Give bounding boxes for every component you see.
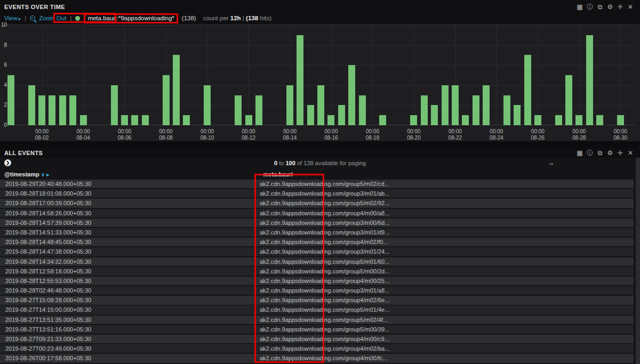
- next-page-button[interactable]: →: [547, 159, 554, 167]
- close-icon[interactable]: ✕: [627, 3, 634, 11]
- sort-down-icon[interactable]: ∨: [41, 172, 45, 177]
- histogram-bar[interactable]: [524, 55, 531, 125]
- table-icon[interactable]: ▦: [577, 3, 583, 11]
- table-row[interactable]: 2019-08-27T09:21:33.000+05:30ak2.cdn.9ap…: [0, 335, 634, 343]
- table-row[interactable]: 2019-08-28T14:51:33.000+05:30ak2.cdn.9ap…: [0, 228, 634, 237]
- x-tick-time: 00:00: [26, 128, 58, 134]
- histogram-bar[interactable]: [410, 115, 417, 125]
- histogram-bar[interactable]: [483, 85, 490, 125]
- table-row[interactable]: 2019-08-27T00:23:49.000+05:30ak2.cdn.9ap…: [0, 344, 634, 353]
- v-gridline: [538, 25, 538, 125]
- histogram-bar[interactable]: [514, 105, 521, 125]
- view-menu[interactable]: View▸: [4, 15, 21, 21]
- timestamp-cell: 2019-08-28T02:46:48.000+05:30: [5, 287, 91, 294]
- table-row[interactable]: 2019-08-28T14:57:39.000+05:30ak2.cdn.9ap…: [0, 219, 634, 227]
- histogram-bar[interactable]: [586, 35, 593, 125]
- histogram-bar[interactable]: [338, 105, 345, 125]
- histogram-bar[interactable]: [565, 75, 572, 125]
- histogram-bar[interactable]: [131, 115, 138, 125]
- histogram-bar[interactable]: [28, 85, 35, 125]
- histogram-bar[interactable]: [462, 115, 469, 125]
- histogram-bar[interactable]: [49, 95, 55, 125]
- panel-divider: [0, 141, 640, 148]
- histogram-bar[interactable]: [317, 85, 324, 125]
- gear-icon[interactable]: ⚙: [607, 149, 613, 157]
- histogram-bar[interactable]: [245, 115, 252, 125]
- zoom-out-button[interactable]: Zoom Out: [39, 15, 66, 21]
- table-row[interactable]: 2019-08-27T13:51:16.000+05:30ak2.cdn.9ap…: [0, 325, 634, 334]
- query-pill[interactable]: meta.bauri:*9appsdownloading*: [84, 13, 178, 23]
- y-axis-label: 4: [0, 82, 7, 88]
- histogram-bar[interactable]: [59, 95, 66, 125]
- toolbar-separator: |: [70, 15, 71, 21]
- layers-icon[interactable]: ⧉: [597, 3, 603, 11]
- table-row[interactable]: 2019-08-28T17:00:39.000+05:30ak2.cdn.9ap…: [0, 199, 634, 207]
- table-row[interactable]: 2019-08-28T14:34:32.000+05:30ak2.cdn.9ap…: [0, 257, 634, 266]
- histogram-chart: 024681000:0008-0200:0008-0400:0008-0600:…: [0, 24, 640, 141]
- histogram-bar[interactable]: [163, 75, 170, 125]
- column-header-meta-bauri[interactable]: ‹ meta.bauri: [260, 171, 293, 177]
- table-row[interactable]: 2019-08-28T12:55:53.000+05:30ak2.cdn.9ap…: [0, 277, 634, 285]
- histogram-bar[interactable]: [379, 115, 386, 125]
- histogram-bar[interactable]: [111, 85, 118, 125]
- histogram-bar[interactable]: [255, 95, 262, 125]
- y-axis-label: 10: [0, 22, 7, 28]
- table-row[interactable]: 2019-08-28T14:58:26.000+05:30ak2.cdn.9ap…: [0, 209, 634, 217]
- v-gridline: [414, 25, 414, 125]
- table-row[interactable]: 2019-08-27T15:08:28.000+05:30ak2.cdn.9ap…: [0, 296, 634, 304]
- histogram-bar[interactable]: [183, 115, 190, 125]
- table-row[interactable]: 2019-08-26T00:17:58.000+05:30ak2.cdn.9ap…: [0, 354, 634, 362]
- histogram-bar[interactable]: [69, 95, 76, 125]
- gear-icon[interactable]: ⚙: [607, 3, 613, 11]
- x-tick-date: 08-28: [563, 135, 595, 141]
- histogram-bar[interactable]: [7, 75, 14, 125]
- query-legend-dot[interactable]: [75, 16, 80, 21]
- table-row[interactable]: 2019-08-27T13:51:35.000+05:30ak2.cdn.9ap…: [0, 316, 634, 324]
- table-row[interactable]: 2019-08-28T14:47:38.000+05:30ak2.cdn.9ap…: [0, 247, 634, 256]
- histogram-bar[interactable]: [473, 95, 479, 125]
- info-icon[interactable]: ⓘ: [587, 3, 593, 11]
- table-row[interactable]: 2019-08-28T02:46:48.000+05:30ak2.cdn.9ap…: [0, 286, 634, 295]
- histogram-bar[interactable]: [204, 85, 211, 125]
- move-column-left-icon[interactable]: ‹: [260, 172, 261, 177]
- histogram-bar[interactable]: [348, 65, 355, 125]
- histogram-bar[interactable]: [121, 115, 128, 125]
- histogram-bar[interactable]: [617, 115, 624, 125]
- histogram-bar[interactable]: [307, 105, 314, 125]
- histogram-bar[interactable]: [235, 95, 242, 125]
- histogram-bar[interactable]: [575, 115, 582, 125]
- histogram-bar[interactable]: [142, 115, 149, 125]
- table-row[interactable]: 2019-08-27T14:15:00.000+05:30ak2.cdn.9ap…: [0, 305, 634, 314]
- layers-icon[interactable]: ⧉: [597, 149, 603, 157]
- table-row[interactable]: 2019-08-28T14:48:45.000+05:30ak2.cdn.9ap…: [0, 238, 634, 246]
- histogram-bar[interactable]: [534, 115, 541, 125]
- histogram-bar[interactable]: [452, 85, 459, 125]
- close-icon[interactable]: ✕: [627, 149, 634, 157]
- histogram-bar[interactable]: [359, 95, 366, 125]
- table-row[interactable]: 2019-08-29T20:40:48.000+05:30ak2.cdn.9ap…: [0, 180, 634, 188]
- move-icon[interactable]: ✛: [617, 149, 623, 157]
- histogram-bar[interactable]: [503, 95, 510, 125]
- histogram-bar[interactable]: [80, 115, 87, 125]
- histogram-bar[interactable]: [421, 95, 428, 125]
- histogram-bar[interactable]: [555, 115, 562, 125]
- histogram-bar[interactable]: [297, 35, 303, 125]
- histogram-bar[interactable]: [327, 115, 334, 125]
- column-header-timestamp[interactable]: @timestamp ∨ ▸: [4, 171, 49, 177]
- move-icon[interactable]: ✛: [617, 3, 623, 11]
- zoom-out-icon[interactable]: [30, 15, 35, 21]
- first-page-button[interactable]: ❯: [4, 159, 11, 166]
- info-icon[interactable]: ⓘ: [587, 149, 593, 157]
- interval-value[interactable]: 12h: [230, 15, 241, 21]
- table-row[interactable]: 2019-08-28T12:58:18.000+05:30ak2.cdn.9ap…: [0, 267, 634, 276]
- histogram-bar[interactable]: [442, 85, 449, 125]
- histogram-bar[interactable]: [431, 105, 438, 125]
- move-column-right-icon[interactable]: ▸: [46, 172, 49, 177]
- table-scrollbar[interactable]: [636, 158, 640, 364]
- histogram-bar[interactable]: [173, 55, 180, 125]
- histogram-bar[interactable]: [38, 95, 45, 125]
- histogram-bar[interactable]: [596, 115, 603, 125]
- table-row[interactable]: 2019-08-28T18:01:08.000+05:30ak2.cdn.9ap…: [0, 189, 634, 198]
- table-icon[interactable]: ▦: [577, 149, 583, 157]
- histogram-bar[interactable]: [286, 85, 293, 125]
